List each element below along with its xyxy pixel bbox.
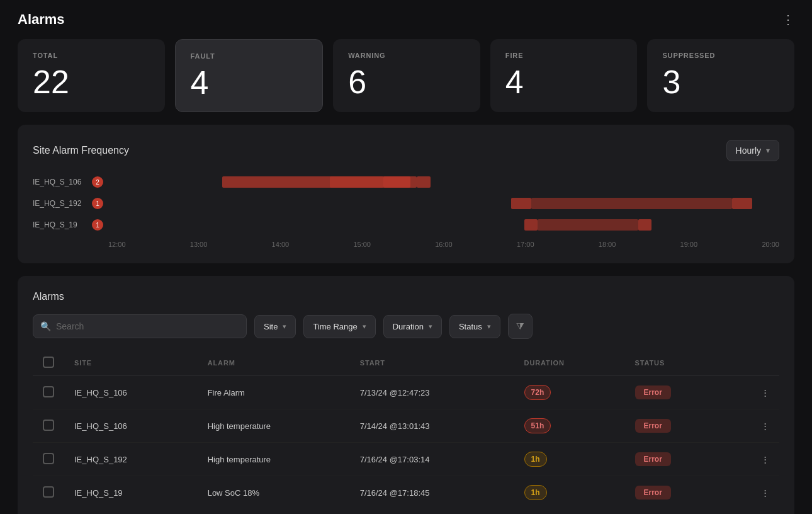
chart-row: IE_HQ_S_192 1 bbox=[33, 198, 779, 209]
row-checkbox-cell bbox=[33, 443, 64, 476]
alarms-section-title: Alarms bbox=[33, 291, 779, 302]
row-status: Error bbox=[625, 409, 728, 443]
chart-badge: 2 bbox=[92, 176, 103, 188]
card-suppressed: SUPPRESSED 3 bbox=[647, 39, 794, 112]
frequency-dropdown[interactable]: Hourly ▾ bbox=[726, 140, 779, 161]
chart-section: Site Alarm Frequency Hourly ▾ IE_HQ_S_10… bbox=[18, 125, 794, 263]
chevron-down-icon: ▾ bbox=[766, 146, 770, 155]
row-start: 7/16/24 @17:03:14 bbox=[350, 443, 514, 476]
select-all-checkbox[interactable] bbox=[43, 357, 54, 368]
chart-row: IE_HQ_S_106 2 bbox=[33, 176, 779, 188]
card-fire: FIRE 4 bbox=[490, 39, 638, 112]
chart-badge: 1 bbox=[92, 198, 103, 209]
page-title: Alarms bbox=[18, 11, 65, 28]
row-site: IE_HQ_S_19 bbox=[64, 476, 198, 510]
duration-badge: 1h bbox=[524, 452, 547, 467]
table-row: IE_HQ_S_106 Fire Alarm 7/13/24 @12:47:23… bbox=[33, 376, 779, 409]
table-row: IE_HQ_S_192 High temperature 7/16/24 @17… bbox=[33, 443, 779, 476]
card-value-suppressed: 3 bbox=[662, 66, 779, 98]
filters-row: 🔍 Site ▾ Time Range ▾ Duration ▾ Status … bbox=[33, 314, 779, 339]
row-duration: 51h bbox=[514, 409, 625, 443]
row-duration: 1h bbox=[514, 443, 625, 476]
status-filter-dropdown[interactable]: Status ▾ bbox=[449, 315, 500, 338]
row-start: 7/13/24 @12:47:23 bbox=[350, 376, 514, 409]
row-checkbox[interactable] bbox=[43, 453, 54, 464]
chart-label: IE_HQ_S_106 bbox=[33, 178, 89, 186]
row-start: 7/14/24 @13:01:43 bbox=[350, 409, 514, 443]
card-value-warning: 6 bbox=[348, 66, 465, 98]
chart-row: IE_HQ_S_19 1 bbox=[33, 219, 779, 231]
duration-col-header: DURATION bbox=[514, 350, 625, 376]
filter-icon-button[interactable]: ⧩ bbox=[508, 314, 533, 339]
row-checkbox-cell bbox=[33, 476, 64, 510]
row-actions-menu[interactable]: ⋮ bbox=[728, 376, 779, 409]
card-warning: WARNING 6 bbox=[333, 39, 480, 112]
row-alarm: Low SoC 18% bbox=[198, 476, 350, 510]
chart-bars bbox=[108, 198, 779, 209]
card-label-suppressed: SUPPRESSED bbox=[662, 52, 779, 59]
table-body: IE_HQ_S_106 Fire Alarm 7/13/24 @12:47:23… bbox=[33, 376, 779, 510]
row-checkbox[interactable] bbox=[43, 486, 54, 498]
chevron-down-icon: ▾ bbox=[487, 323, 491, 331]
card-fault: FAULT 4 bbox=[175, 39, 324, 112]
status-col-header: STATUS bbox=[625, 350, 728, 376]
header: Alarms ⋮ bbox=[0, 0, 812, 39]
chevron-down-icon: ▾ bbox=[429, 323, 432, 331]
search-input[interactable] bbox=[33, 314, 247, 338]
row-checkbox-cell bbox=[33, 409, 64, 443]
row-status: Error bbox=[625, 476, 728, 510]
time-range-filter-dropdown[interactable]: Time Range ▾ bbox=[303, 315, 375, 338]
chart-axis: 12:00 13:00 14:00 15:00 16:00 17:00 18:0… bbox=[108, 241, 779, 248]
search-wrapper: 🔍 bbox=[33, 314, 247, 338]
card-label-total: TOTAL bbox=[33, 52, 150, 59]
chart-label: IE_HQ_S_19 bbox=[33, 220, 89, 229]
actions-col-header bbox=[728, 350, 779, 376]
alarm-col-header: ALARM bbox=[198, 350, 350, 376]
duration-filter-dropdown[interactable]: Duration ▾ bbox=[383, 315, 442, 338]
site-filter-dropdown[interactable]: Site ▾ bbox=[254, 315, 296, 338]
row-site: IE_HQ_S_106 bbox=[64, 376, 198, 409]
chevron-down-icon: ▾ bbox=[283, 323, 286, 331]
row-actions-menu[interactable]: ⋮ bbox=[728, 409, 779, 443]
row-alarm: Fire Alarm bbox=[198, 376, 350, 409]
row-status: Error bbox=[625, 376, 728, 409]
row-duration: 72h bbox=[514, 376, 625, 409]
row-start: 7/16/24 @17:18:45 bbox=[350, 476, 514, 510]
card-value-total: 22 bbox=[33, 66, 150, 98]
row-actions-menu[interactable]: ⋮ bbox=[728, 476, 779, 510]
summary-cards: TOTAL 22 FAULT 4 WARNING 6 FIRE 4 SUPPRE… bbox=[0, 39, 812, 125]
alarms-table: SITE ALARM START DURATION STATUS IE_HQ_S… bbox=[33, 350, 779, 509]
table-row: IE_HQ_S_19 Low SoC 18% 7/16/24 @17:18:45… bbox=[33, 476, 779, 510]
alarms-section: Alarms 🔍 Site ▾ Time Range ▾ Duration ▾ … bbox=[18, 276, 794, 514]
select-all-col bbox=[33, 350, 64, 376]
filter-icon: ⧩ bbox=[516, 321, 524, 331]
row-checkbox[interactable] bbox=[43, 420, 54, 431]
status-badge: Error bbox=[635, 386, 671, 399]
row-duration: 1h bbox=[514, 476, 625, 510]
duration-badge: 1h bbox=[524, 485, 547, 500]
row-site: IE_HQ_S_106 bbox=[64, 409, 198, 443]
row-site: IE_HQ_S_192 bbox=[64, 443, 198, 476]
more-options-icon[interactable]: ⋮ bbox=[782, 12, 794, 27]
search-icon: 🔍 bbox=[40, 321, 51, 331]
status-badge: Error bbox=[635, 452, 671, 466]
row-actions-menu[interactable]: ⋮ bbox=[728, 443, 779, 476]
table-header: SITE ALARM START DURATION STATUS bbox=[33, 350, 779, 376]
chart-area: IE_HQ_S_106 2 IE_HQ_S_192 1 bbox=[33, 176, 779, 248]
card-total: TOTAL 22 bbox=[18, 39, 165, 112]
status-badge: Error bbox=[635, 419, 671, 433]
card-label-warning: WARNING bbox=[348, 52, 465, 59]
chart-bars bbox=[108, 176, 779, 188]
site-col-header: SITE bbox=[64, 350, 198, 376]
row-checkbox[interactable] bbox=[43, 386, 54, 397]
row-status: Error bbox=[625, 443, 728, 476]
card-value-fault: 4 bbox=[191, 66, 308, 99]
row-alarm: High temperature bbox=[198, 409, 350, 443]
row-checkbox-cell bbox=[33, 376, 64, 409]
chart-label: IE_HQ_S_192 bbox=[33, 199, 89, 208]
start-col-header: START bbox=[350, 350, 514, 376]
chevron-down-icon: ▾ bbox=[363, 323, 366, 331]
duration-badge: 72h bbox=[524, 385, 551, 400]
status-badge: Error bbox=[635, 486, 671, 500]
card-label-fire: FIRE bbox=[505, 52, 623, 59]
